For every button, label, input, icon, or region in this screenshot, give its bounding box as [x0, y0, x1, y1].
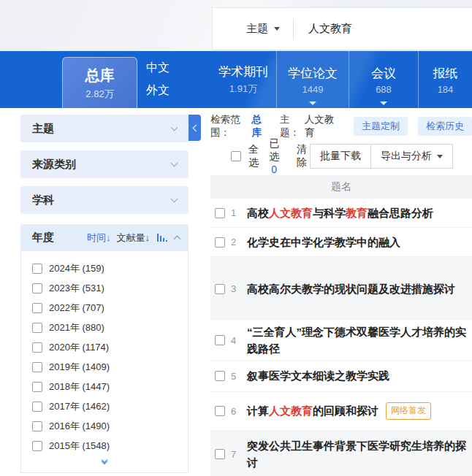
- year-checkbox[interactable]: [32, 342, 42, 353]
- year-filter-item[interactable]: 2022年 (707): [21, 298, 188, 318]
- table-row: 4“三全育人”理念下德术双馨医学人才培养的实践路径: [210, 320, 472, 361]
- nav-tab-chinese[interactable]: 中文: [146, 61, 170, 76]
- result-number: 2: [231, 237, 244, 247]
- nav-tab-foreign[interactable]: 外文: [146, 83, 170, 99]
- result-title-link[interactable]: 化学史在中学化学教学中的融入: [247, 234, 400, 250]
- total-library-count: 2.82万: [85, 88, 113, 101]
- table-row: 3高校高尔夫教学的现状问题及改进措施探讨: [210, 257, 472, 320]
- result-checkbox[interactable]: [215, 237, 225, 247]
- year-filter-item[interactable]: 2020年 (1174): [21, 337, 188, 357]
- year-filter-item[interactable]: 2017年 (1462): [21, 396, 188, 416]
- total-library-label: 总库: [85, 66, 115, 85]
- nav-tab-total-library[interactable]: 总库 2.82万: [62, 57, 137, 108]
- result-title-link[interactable]: 突发公共卫生事件背景下医学研究生培养的探讨: [247, 437, 472, 472]
- caret-down-icon: [309, 101, 316, 105]
- cnki-search-page: 主题 人文教育 总库 2.82万 中文外文 学术期刊1.91万学位论文1449会…: [0, 0, 472, 476]
- result-checkbox[interactable]: [215, 284, 225, 294]
- search-history-button[interactable]: 检索历史: [418, 117, 472, 136]
- nav-tab-label: 报纸: [433, 65, 458, 82]
- year-items: 2024年 (159)2023年 (531)2022年 (707)2021年 (…: [21, 258, 188, 456]
- year-filter-item[interactable]: 2021年 (880): [21, 318, 188, 337]
- nav-tab-2[interactable]: 会议688: [349, 51, 418, 108]
- filter-panels: 主题来源类别学科: [0, 115, 205, 214]
- result-number: 7: [231, 449, 244, 460]
- result-number: 5: [231, 371, 244, 382]
- year-checkbox[interactable]: [32, 421, 42, 431]
- filter-panel-label: 主题: [32, 122, 54, 136]
- nav-tab-3[interactable]: 报纸184: [418, 51, 472, 108]
- result-checkbox[interactable]: [215, 371, 225, 381]
- year-checkbox[interactable]: [32, 402, 42, 412]
- toolbar-buttons: 批量下载 导出与分析: [310, 144, 453, 169]
- year-filter-item[interactable]: 2023年 (531): [21, 278, 188, 298]
- year-checkbox[interactable]: [32, 362, 42, 372]
- year-filter-item[interactable]: 2015年 (1548): [21, 436, 188, 456]
- sort-by-time-link[interactable]: 时间↓: [87, 231, 111, 245]
- online-first-badge: 网络首发: [386, 402, 431, 420]
- bar-chart-icon[interactable]: [157, 234, 167, 242]
- year-filter-item[interactable]: 2016年 (1490): [21, 416, 188, 436]
- expand-more-years-button[interactable]: [21, 456, 188, 469]
- year-label: 2023年 (531): [49, 282, 104, 295]
- result-title-link[interactable]: 高校高尔夫教学的现状问题及改进措施探讨: [247, 280, 455, 297]
- result-number: 1: [231, 207, 244, 218]
- search-field-select[interactable]: 主题: [213, 22, 293, 36]
- result-number: 4: [231, 335, 244, 346]
- search-input[interactable]: 人文教育: [294, 22, 352, 36]
- result-checkbox[interactable]: [215, 406, 225, 416]
- filter-panel-label: 来源类别: [32, 158, 76, 172]
- year-filter-item[interactable]: 2019年 (1409): [21, 357, 188, 377]
- year-checkbox[interactable]: [32, 283, 42, 293]
- result-checkbox[interactable]: [215, 335, 225, 345]
- year-checkbox[interactable]: [32, 264, 42, 274]
- language-tabs: 中文外文: [146, 51, 170, 108]
- result-title-link[interactable]: 高校人文教育与科学教育融合思路分析: [247, 204, 433, 221]
- result-title-link[interactable]: “三全育人”理念下德术双馨医学人才培养的实践路径: [247, 323, 472, 358]
- table-row: 6计算人文教育的回顾和探讨网络首发: [210, 392, 472, 431]
- chevron-up-icon[interactable]: [174, 235, 181, 242]
- scope-query-value: 人文教育: [305, 113, 338, 139]
- filter-panel-0[interactable]: 主题: [20, 115, 189, 142]
- year-label: 2021年 (880): [49, 321, 104, 334]
- year-checkbox[interactable]: [32, 382, 42, 392]
- year-checkbox[interactable]: [32, 441, 42, 451]
- select-all-checkbox[interactable]: [231, 151, 241, 161]
- result-number: 3: [231, 283, 244, 294]
- result-rows: 1高校人文教育与科学教育融合思路分析2化学史在中学化学教学中的融入3高校高尔夫教…: [210, 199, 472, 476]
- chevron-down-icon: [437, 155, 443, 158]
- select-all-label[interactable]: 全选: [248, 143, 262, 169]
- sidebar-collapse-button[interactable]: [189, 115, 201, 141]
- caret-down-icon: [380, 101, 387, 105]
- year-label: 2017年 (1462): [49, 400, 110, 413]
- selected-label: 已选0: [269, 137, 289, 175]
- table-row: 7突发公共卫生事件背景下医学研究生培养的探讨: [210, 431, 472, 476]
- result-title-link[interactable]: 叙事医学文本细读之教学实践: [247, 367, 389, 384]
- result-checkbox[interactable]: [215, 208, 225, 218]
- year-label: 2019年 (1409): [49, 361, 110, 374]
- results-column: 检索范围： 总库 主题： 人文教育 主题定制 检索历史 全选 已选0 清除 批量…: [210, 108, 472, 476]
- year-panel-title: 年度: [32, 231, 54, 245]
- chevron-down-icon: [171, 160, 178, 167]
- year-checkbox[interactable]: [32, 303, 42, 313]
- sort-by-count-link[interactable]: 文献量↓: [117, 231, 151, 245]
- clear-selection-button[interactable]: 清除: [297, 143, 310, 169]
- chevron-down-icon: [171, 196, 178, 203]
- filter-panel-label: 学科: [32, 193, 54, 207]
- result-checkbox[interactable]: [215, 449, 225, 459]
- results-toolbar: 全选 已选0 清除 批量下载 导出与分析: [210, 143, 472, 169]
- filter-panel-1[interactable]: 来源类别: [20, 150, 189, 178]
- year-label: 2015年 (1548): [49, 439, 110, 453]
- result-title-link[interactable]: 计算人文教育的回顾和探讨网络首发: [247, 402, 431, 420]
- export-analyze-button[interactable]: 导出与分析: [371, 144, 453, 169]
- filter-panel-2[interactable]: 学科: [20, 186, 189, 214]
- year-checkbox[interactable]: [32, 323, 42, 333]
- selected-count: 0: [269, 164, 279, 175]
- batch-download-button[interactable]: 批量下载: [310, 144, 371, 169]
- chevron-left-icon: [192, 124, 199, 131]
- nav-tab-1[interactable]: 学位论文1449: [276, 51, 349, 108]
- year-filter-item[interactable]: 2018年 (1447): [21, 377, 188, 396]
- nav-tab-0[interactable]: 学术期刊1.91万: [210, 51, 276, 108]
- year-label: 2016年 (1490): [49, 420, 110, 433]
- topic-customize-button[interactable]: 主题定制: [354, 117, 408, 136]
- year-filter-item[interactable]: 2024年 (159): [21, 258, 188, 278]
